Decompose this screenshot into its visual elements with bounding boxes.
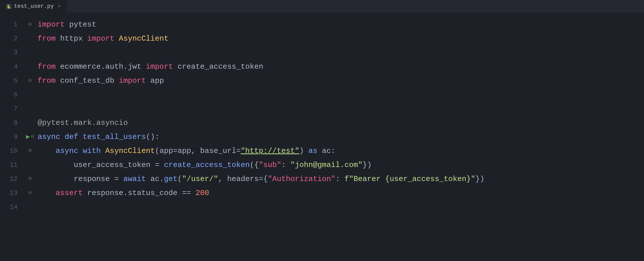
fold-icon-13[interactable]: ⊖ [28, 186, 32, 200]
code-line-2: from httpx import AsyncClient [38, 32, 644, 46]
python-file-icon: 🐍 [6, 4, 12, 9]
token-as-10: as [308, 144, 317, 158]
token-space-10 [78, 144, 83, 158]
code-line-11: user_access_token = create_access_token … [38, 158, 644, 172]
code-line-5: from conf_test_db import app [38, 74, 644, 88]
token-paren-11: ( [250, 158, 254, 172]
token-plain-4a: ecommerce.auth.jwt [56, 60, 146, 74]
gutter-6 [23, 88, 38, 102]
token-from-2: from [38, 32, 56, 46]
code-line-14 [38, 200, 644, 214]
token-number-13: 200 [196, 186, 209, 200]
code-line-9: async def test_all_users (): [38, 130, 644, 144]
token-paren-10: (app=app, base_url= [155, 144, 241, 158]
gutter-1[interactable]: ⊖ [23, 18, 38, 32]
line-num-11: 11 [10, 158, 18, 172]
token-colon-11: : [281, 158, 290, 172]
token-await-12: await [123, 172, 146, 186]
token-ac-10: ac: [317, 144, 335, 158]
tab-bar: 🐍 test_user.py × [0, 0, 644, 13]
code-line-1: import pytest [38, 18, 644, 32]
code-line-12: response = await ac. get ( "/user/" , he… [38, 172, 644, 186]
line-num-1: 1 [14, 18, 18, 32]
code-content: import pytest from httpx import AsyncCli… [38, 13, 644, 261]
token-classname-10: AsyncClient [105, 144, 155, 158]
token-assert-13: assert [56, 186, 83, 200]
token-indent-12: response = [38, 172, 123, 186]
token-from-5: from [38, 74, 56, 88]
token-decorator-8: @pytest.mark.asyncio [38, 116, 128, 130]
token-async-10: async [56, 144, 78, 158]
token-func-11: create_access_token [164, 158, 250, 172]
line-num-2: 2 [14, 32, 18, 46]
token-path-12: "/user/" [182, 172, 218, 186]
token-def-9: def [65, 130, 78, 144]
line-num-6: 6 [14, 88, 18, 102]
fold-icon-12[interactable]: ⊖ [28, 172, 32, 186]
gutter-5[interactable]: ⊖ [23, 74, 38, 88]
token-import-5: import [119, 74, 146, 88]
token-indent-11: user_access_token = [38, 158, 164, 172]
token-space2-10 [101, 144, 105, 158]
token-string-10: "http://test" [241, 144, 299, 158]
token-import-4: import [146, 60, 173, 74]
gutter-9[interactable]: ▶ ⊖ [23, 130, 38, 144]
token-strval-11: "john@gmail.com" [290, 158, 362, 172]
fold-icon-5[interactable]: ⊖ [28, 74, 32, 88]
token-space-9 [60, 130, 65, 144]
gutter-8 [23, 116, 38, 130]
file-tab[interactable]: 🐍 test_user.py × [0, 0, 67, 13]
token-paren-9: (): [146, 130, 159, 144]
fold-icon-1[interactable]: ⊖ [28, 18, 32, 32]
gutter-7 [23, 102, 38, 116]
code-line-4: from ecommerce.auth.jwt import create_ac… [38, 60, 644, 74]
token-indent-10 [38, 144, 56, 158]
token-plain-5b: app [146, 74, 164, 88]
token-plain-1: pytest [65, 18, 96, 32]
line-num-8: 8 [14, 116, 18, 130]
tab-filename: test_user.py [14, 3, 54, 10]
gutter-3 [23, 46, 38, 60]
run-icon-9[interactable]: ▶ [26, 130, 30, 144]
token-closebrace-11: }) [362, 158, 372, 172]
line-num-7: 7 [14, 102, 18, 116]
token-plain-5a: conf_test_db [56, 74, 119, 88]
token-status-13: response.status_code == [83, 186, 196, 200]
gutter-10[interactable]: ⊖ [23, 144, 38, 158]
fold-icon-10[interactable]: ⊖ [28, 144, 32, 158]
tab-close-button[interactable]: × [58, 4, 60, 9]
line-num-9: 9 [14, 130, 18, 144]
line-num-13: 13 [10, 186, 18, 200]
code-line-8: @pytest.mark.asyncio [38, 116, 644, 130]
gutter-11 [23, 158, 38, 172]
token-space2-9 [78, 130, 83, 144]
gutter-14 [23, 200, 38, 214]
token-fnname-9: test_all_users [83, 130, 146, 144]
token-paren2-10: ) [299, 144, 308, 158]
line-num-14: 14 [10, 200, 18, 214]
gutter-12[interactable]: ⊖ [23, 172, 38, 186]
token-plain-2b [114, 32, 119, 46]
code-area: 1 2 3 4 5 6 7 8 9 10 11 12 13 14 ⊖ [0, 13, 644, 261]
token-comma-12: , headers={ [218, 172, 268, 186]
gutter-13[interactable]: ⊖ [23, 186, 38, 200]
svg-text:🐍: 🐍 [7, 5, 11, 9]
token-indent-13 [38, 186, 56, 200]
code-line-7 [38, 102, 644, 116]
token-from-4: from [38, 60, 56, 74]
token-ac-12: ac. [146, 172, 164, 186]
line-num-3: 3 [14, 46, 18, 60]
gutter: ⊖ ⊖ ▶ ⊖ ⊖ [23, 13, 38, 261]
line-num-4: 4 [14, 60, 18, 74]
line-numbers: 1 2 3 4 5 6 7 8 9 10 11 12 13 14 [0, 13, 23, 261]
line-num-5: 5 [14, 74, 18, 88]
token-colon-12: : [335, 172, 344, 186]
token-async-9: async [38, 130, 60, 144]
fold-icon-9[interactable]: ⊖ [31, 130, 34, 144]
token-close-12: }) [475, 172, 484, 186]
token-fstr-12: f"Bearer {user_access_token}" [344, 172, 475, 186]
token-classname-2: AsyncClient [119, 32, 168, 46]
token-strkey-11: "sub" [259, 158, 281, 172]
code-line-13: assert response.status_code == 200 [38, 186, 644, 200]
token-with-10: with [83, 144, 101, 158]
